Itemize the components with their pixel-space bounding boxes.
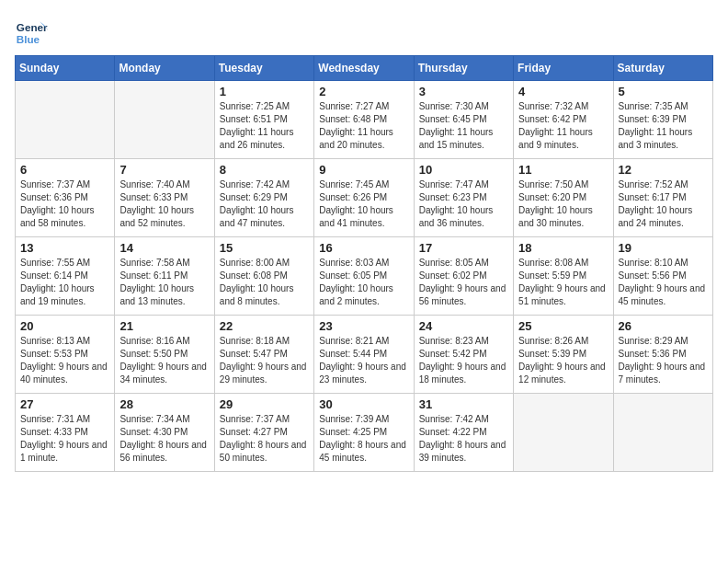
header-cell-thursday: Thursday bbox=[414, 56, 513, 81]
day-cell: 5Sunrise: 7:35 AMSunset: 6:39 PMDaylight… bbox=[613, 81, 712, 159]
day-number: 19 bbox=[619, 241, 708, 255]
header-cell-friday: Friday bbox=[514, 56, 613, 81]
header-row: SundayMondayTuesdayWednesdayThursdayFrid… bbox=[16, 56, 713, 81]
day-number: 4 bbox=[518, 85, 608, 98]
day-info: Sunrise: 8:03 AMSunset: 6:05 PMDaylight:… bbox=[319, 257, 408, 308]
day-number: 12 bbox=[619, 163, 708, 177]
week-row-1: 1Sunrise: 7:25 AMSunset: 6:51 PMDaylight… bbox=[16, 81, 713, 159]
day-cell: 6Sunrise: 7:37 AMSunset: 6:36 PMDaylight… bbox=[16, 159, 115, 237]
day-cell: 30Sunrise: 7:39 AMSunset: 4:25 PMDayligh… bbox=[314, 394, 414, 472]
day-number: 30 bbox=[319, 397, 408, 411]
day-number: 16 bbox=[319, 241, 408, 255]
day-info: Sunrise: 8:13 AMSunset: 5:53 PMDaylight:… bbox=[20, 335, 109, 386]
day-info: Sunrise: 8:00 AMSunset: 6:08 PMDaylight:… bbox=[220, 257, 309, 308]
day-number: 10 bbox=[419, 163, 508, 177]
day-info: Sunrise: 8:10 AMSunset: 5:56 PMDaylight:… bbox=[619, 257, 708, 308]
day-number: 29 bbox=[220, 397, 309, 411]
day-number: 24 bbox=[419, 319, 508, 333]
day-info: Sunrise: 7:42 AMSunset: 4:22 PMDaylight:… bbox=[419, 413, 508, 465]
day-cell bbox=[613, 394, 712, 472]
day-cell: 24Sunrise: 8:23 AMSunset: 5:42 PMDayligh… bbox=[414, 316, 513, 394]
day-cell bbox=[16, 81, 115, 159]
day-cell: 2Sunrise: 7:27 AMSunset: 6:48 PMDaylight… bbox=[314, 81, 414, 159]
svg-text:General: General bbox=[17, 21, 48, 33]
day-cell: 8Sunrise: 7:42 AMSunset: 6:29 PMDaylight… bbox=[214, 159, 313, 237]
header-cell-saturday: Saturday bbox=[613, 56, 712, 81]
day-info: Sunrise: 7:30 AMSunset: 6:45 PMDaylight:… bbox=[419, 100, 508, 152]
logo-icon: General Blue bbox=[15, 15, 48, 48]
day-info: Sunrise: 8:23 AMSunset: 5:42 PMDaylight:… bbox=[419, 335, 508, 386]
day-info: Sunrise: 7:55 AMSunset: 6:14 PMDaylight:… bbox=[20, 257, 109, 308]
day-cell: 3Sunrise: 7:30 AMSunset: 6:45 PMDaylight… bbox=[414, 81, 513, 159]
day-cell: 10Sunrise: 7:47 AMSunset: 6:23 PMDayligh… bbox=[414, 159, 513, 237]
day-info: Sunrise: 8:05 AMSunset: 6:02 PMDaylight:… bbox=[419, 257, 508, 308]
day-number: 5 bbox=[619, 85, 708, 98]
day-info: Sunrise: 7:27 AMSunset: 6:48 PMDaylight:… bbox=[319, 100, 408, 152]
day-cell: 14Sunrise: 7:58 AMSunset: 6:11 PMDayligh… bbox=[115, 237, 214, 316]
day-number: 28 bbox=[119, 397, 209, 411]
day-cell: 4Sunrise: 7:32 AMSunset: 6:42 PMDaylight… bbox=[514, 81, 613, 159]
day-info: Sunrise: 7:52 AMSunset: 6:17 PMDaylight:… bbox=[619, 178, 708, 230]
day-cell: 31Sunrise: 7:42 AMSunset: 4:22 PMDayligh… bbox=[414, 394, 513, 472]
day-cell: 17Sunrise: 8:05 AMSunset: 6:02 PMDayligh… bbox=[414, 237, 513, 316]
day-info: Sunrise: 7:45 AMSunset: 6:26 PMDaylight:… bbox=[319, 178, 408, 230]
day-number: 27 bbox=[20, 397, 109, 411]
day-info: Sunrise: 7:58 AMSunset: 6:11 PMDaylight:… bbox=[119, 257, 209, 308]
day-cell bbox=[514, 394, 613, 472]
day-number: 13 bbox=[20, 241, 109, 255]
day-cell: 25Sunrise: 8:26 AMSunset: 5:39 PMDayligh… bbox=[514, 316, 613, 394]
day-number: 20 bbox=[20, 319, 109, 333]
day-info: Sunrise: 8:26 AMSunset: 5:39 PMDaylight:… bbox=[518, 335, 608, 386]
day-cell: 13Sunrise: 7:55 AMSunset: 6:14 PMDayligh… bbox=[16, 237, 115, 316]
day-number: 3 bbox=[419, 85, 508, 98]
day-number: 31 bbox=[419, 397, 508, 411]
page-header: General Blue bbox=[15, 15, 713, 48]
day-number: 17 bbox=[419, 241, 508, 255]
day-info: Sunrise: 8:08 AMSunset: 5:59 PMDaylight:… bbox=[518, 257, 608, 308]
day-cell: 1Sunrise: 7:25 AMSunset: 6:51 PMDaylight… bbox=[214, 81, 313, 159]
day-cell: 9Sunrise: 7:45 AMSunset: 6:26 PMDaylight… bbox=[314, 159, 414, 237]
week-row-5: 27Sunrise: 7:31 AMSunset: 4:33 PMDayligh… bbox=[16, 394, 713, 472]
day-info: Sunrise: 8:16 AMSunset: 5:50 PMDaylight:… bbox=[119, 335, 209, 386]
day-cell: 12Sunrise: 7:52 AMSunset: 6:17 PMDayligh… bbox=[613, 159, 712, 237]
day-info: Sunrise: 8:29 AMSunset: 5:36 PMDaylight:… bbox=[619, 335, 708, 386]
svg-text:Blue: Blue bbox=[17, 33, 40, 45]
day-cell: 21Sunrise: 8:16 AMSunset: 5:50 PMDayligh… bbox=[115, 316, 214, 394]
day-cell: 16Sunrise: 8:03 AMSunset: 6:05 PMDayligh… bbox=[314, 237, 414, 316]
day-cell: 15Sunrise: 8:00 AMSunset: 6:08 PMDayligh… bbox=[214, 237, 313, 316]
day-info: Sunrise: 7:50 AMSunset: 6:20 PMDaylight:… bbox=[518, 178, 608, 230]
day-number: 18 bbox=[518, 241, 608, 255]
day-cell: 26Sunrise: 8:29 AMSunset: 5:36 PMDayligh… bbox=[613, 316, 712, 394]
day-number: 22 bbox=[220, 319, 309, 333]
calendar-table: SundayMondayTuesdayWednesdayThursdayFrid… bbox=[15, 55, 713, 472]
day-number: 9 bbox=[319, 163, 408, 177]
day-info: Sunrise: 7:32 AMSunset: 6:42 PMDaylight:… bbox=[518, 100, 608, 152]
day-cell: 18Sunrise: 8:08 AMSunset: 5:59 PMDayligh… bbox=[514, 237, 613, 316]
day-info: Sunrise: 8:18 AMSunset: 5:47 PMDaylight:… bbox=[220, 335, 309, 386]
day-info: Sunrise: 7:34 AMSunset: 4:30 PMDaylight:… bbox=[119, 413, 209, 465]
day-number: 23 bbox=[319, 319, 408, 333]
day-info: Sunrise: 7:35 AMSunset: 6:39 PMDaylight:… bbox=[619, 100, 708, 152]
day-cell: 23Sunrise: 8:21 AMSunset: 5:44 PMDayligh… bbox=[314, 316, 414, 394]
day-cell: 28Sunrise: 7:34 AMSunset: 4:30 PMDayligh… bbox=[115, 394, 214, 472]
day-info: Sunrise: 8:21 AMSunset: 5:44 PMDaylight:… bbox=[319, 335, 408, 386]
day-number: 14 bbox=[119, 241, 209, 255]
day-cell bbox=[115, 81, 214, 159]
day-cell: 7Sunrise: 7:40 AMSunset: 6:33 PMDaylight… bbox=[115, 159, 214, 237]
header-cell-wednesday: Wednesday bbox=[314, 56, 414, 81]
header-cell-tuesday: Tuesday bbox=[214, 56, 313, 81]
day-info: Sunrise: 7:47 AMSunset: 6:23 PMDaylight:… bbox=[419, 178, 508, 230]
week-row-2: 6Sunrise: 7:37 AMSunset: 6:36 PMDaylight… bbox=[16, 159, 713, 237]
day-number: 11 bbox=[518, 163, 608, 177]
day-cell: 22Sunrise: 8:18 AMSunset: 5:47 PMDayligh… bbox=[214, 316, 313, 394]
day-info: Sunrise: 7:37 AMSunset: 6:36 PMDaylight:… bbox=[20, 178, 109, 230]
day-number: 2 bbox=[319, 85, 408, 98]
day-number: 21 bbox=[119, 319, 209, 333]
day-number: 15 bbox=[220, 241, 309, 255]
day-cell: 29Sunrise: 7:37 AMSunset: 4:27 PMDayligh… bbox=[214, 394, 313, 472]
day-number: 7 bbox=[119, 163, 209, 177]
header-cell-monday: Monday bbox=[115, 56, 214, 81]
day-number: 6 bbox=[20, 163, 109, 177]
day-cell: 20Sunrise: 8:13 AMSunset: 5:53 PMDayligh… bbox=[16, 316, 115, 394]
day-number: 26 bbox=[619, 319, 708, 333]
